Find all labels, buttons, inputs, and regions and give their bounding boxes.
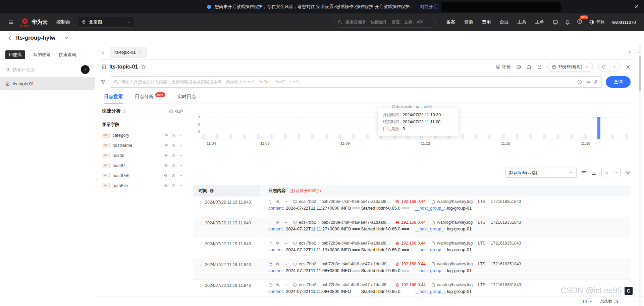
syntax-help-icon[interactable] bbox=[577, 80, 582, 84]
info-icon[interactable] bbox=[209, 188, 214, 193]
chart-bar[interactable] bbox=[311, 134, 314, 139]
help-icon[interactable] bbox=[577, 19, 582, 24]
more-icon[interactable] bbox=[283, 241, 287, 246]
visibility-toggle-icon[interactable] bbox=[164, 133, 168, 137]
nav-menu-item[interactable]: 资源 bbox=[464, 19, 473, 25]
content-key[interactable]: content: bbox=[268, 268, 284, 273]
more-icon[interactable] bbox=[283, 200, 287, 204]
download-icon[interactable] bbox=[591, 170, 597, 175]
top-values-icon[interactable] bbox=[171, 183, 176, 188]
sort-dropdown[interactable] bbox=[611, 168, 620, 177]
view-context-icon[interactable] bbox=[276, 262, 280, 266]
notification-bell-icon[interactable] bbox=[565, 19, 570, 25]
chart-bar[interactable] bbox=[597, 117, 600, 139]
console-monitor-icon[interactable] bbox=[553, 19, 558, 25]
refresh-dropdown[interactable] bbox=[609, 62, 620, 72]
top-values-icon[interactable] bbox=[171, 153, 176, 158]
chart-bar[interactable] bbox=[475, 134, 478, 139]
top-values-icon[interactable] bbox=[171, 173, 176, 178]
visibility-toggle-icon[interactable] bbox=[164, 183, 168, 188]
feedback-button[interactable]: 评价 bbox=[496, 64, 511, 70]
view-context-icon[interactable] bbox=[276, 220, 280, 225]
tab-quick-search[interactable]: 快速查询 bbox=[59, 52, 76, 58]
log-table-row[interactable]: 2024/07/22 11:19:11.843ecs-7bb2bab72b8e-… bbox=[193, 259, 631, 280]
chart-bar[interactable] bbox=[556, 134, 559, 139]
workspace-tab[interactable]: lts-topic-01 bbox=[110, 47, 147, 58]
nav-menu-item[interactable]: 工单 bbox=[535, 19, 544, 25]
expand-row-icon[interactable] bbox=[199, 242, 203, 246]
chart-bar[interactable] bbox=[352, 134, 355, 139]
chart-bar[interactable] bbox=[584, 134, 587, 139]
nav-menu-item[interactable]: 工具 bbox=[517, 19, 526, 25]
chevron-down-icon[interactable] bbox=[179, 153, 183, 158]
group-key[interactable]: __host_group_: bbox=[415, 206, 445, 211]
top-values-icon[interactable] bbox=[171, 143, 176, 147]
tab-scroll-left-icon[interactable] bbox=[101, 50, 105, 55]
more-icon[interactable] bbox=[283, 220, 287, 225]
chart-bar[interactable] bbox=[611, 134, 614, 139]
content-key[interactable]: content: bbox=[268, 289, 284, 294]
page-size-select[interactable]: 10 bbox=[580, 298, 595, 305]
sidebar-item-stream[interactable]: lts-topic-01 bbox=[0, 77, 95, 90]
content-key[interactable]: content: bbox=[268, 247, 284, 252]
more-icon[interactable] bbox=[283, 283, 287, 287]
help-icon[interactable] bbox=[122, 109, 127, 114]
vertical-scrollbar[interactable] bbox=[639, 45, 641, 306]
group-key[interactable]: __host_group_: bbox=[415, 226, 445, 231]
help-wrap[interactable]: NEW bbox=[577, 19, 582, 26]
more-icon[interactable] bbox=[283, 262, 287, 266]
expand-row-icon[interactable] bbox=[199, 283, 203, 288]
tab-close-icon[interactable] bbox=[139, 50, 142, 54]
chart-bar[interactable] bbox=[516, 134, 519, 139]
group-dropdown-icon[interactable] bbox=[64, 36, 69, 40]
global-search-input[interactable] bbox=[345, 20, 432, 25]
copy-icon[interactable] bbox=[268, 283, 273, 287]
close-icon[interactable] bbox=[634, 4, 639, 9]
stream-search-input[interactable] bbox=[13, 67, 78, 72]
content-key[interactable]: content: bbox=[268, 206, 284, 211]
chevron-down-icon[interactable] bbox=[179, 133, 183, 137]
chart-bar[interactable] bbox=[529, 134, 532, 139]
expand-row-icon[interactable] bbox=[199, 221, 203, 225]
tab-log-streams[interactable]: 日志流 bbox=[5, 50, 25, 59]
tab-realtime-log[interactable]: 实时日志 bbox=[177, 94, 196, 103]
chart-bar[interactable] bbox=[216, 134, 219, 139]
star-icon[interactable] bbox=[141, 64, 146, 70]
tab-log-search[interactable]: 日志搜索 bbox=[104, 94, 123, 103]
tab-favorites[interactable]: 我的收藏 bbox=[33, 52, 51, 58]
quick-analysis-field[interactable]: abchostIP bbox=[102, 163, 183, 168]
chart-bar[interactable] bbox=[502, 134, 505, 139]
region-selector[interactable]: 北京四 bbox=[78, 17, 134, 28]
table-settings-icon[interactable] bbox=[625, 170, 631, 175]
global-search[interactable] bbox=[333, 17, 436, 28]
tab-scroll-right-icon[interactable] bbox=[627, 50, 632, 55]
view-context-icon[interactable] bbox=[276, 283, 280, 287]
group-key[interactable]: __host_group_: bbox=[415, 268, 445, 273]
quick-analysis-field[interactable]: abchostId bbox=[102, 153, 183, 158]
back-icon[interactable] bbox=[7, 35, 13, 41]
keyboard-icon[interactable] bbox=[585, 80, 590, 84]
log-table-row[interactable]: 2024/07/22 11:19:11.843ecs-7bb2bab72b8e-… bbox=[193, 238, 631, 259]
chart-bar[interactable] bbox=[325, 134, 328, 139]
chart-bar[interactable] bbox=[298, 134, 301, 139]
huawei-logo[interactable]: HUAWEI 华为云 bbox=[20, 17, 48, 27]
group-key[interactable]: __host_group_: bbox=[415, 289, 445, 294]
sort-button[interactable] bbox=[602, 168, 611, 177]
visibility-toggle-icon[interactable] bbox=[164, 153, 168, 158]
chevron-down-icon[interactable] bbox=[179, 173, 183, 178]
chevron-down-icon[interactable] bbox=[179, 183, 183, 188]
quick-analysis-field[interactable]: abccategory bbox=[102, 133, 183, 138]
add-stream-button[interactable] bbox=[81, 65, 90, 74]
layout-select[interactable]: 默认版面(云端) bbox=[505, 168, 577, 178]
visibility-toggle-icon[interactable] bbox=[164, 163, 168, 168]
sidebar-collapse-handle[interactable] bbox=[95, 172, 99, 187]
filter-icon[interactable] bbox=[101, 79, 106, 85]
quick-analysis-field[interactable]: abchostName bbox=[102, 143, 183, 148]
nav-menu-item[interactable]: 费用 bbox=[482, 19, 491, 25]
chart-bar[interactable] bbox=[488, 134, 491, 139]
chevron-down-icon[interactable] bbox=[179, 143, 183, 147]
visibility-toggle-icon[interactable] bbox=[164, 143, 168, 147]
log-table-row[interactable]: 2024/07/22 11:19:11.843ecs-7bb2bab72b8e-… bbox=[193, 196, 631, 217]
field-list-icon[interactable] bbox=[581, 170, 587, 175]
history-icon[interactable] bbox=[516, 64, 521, 70]
